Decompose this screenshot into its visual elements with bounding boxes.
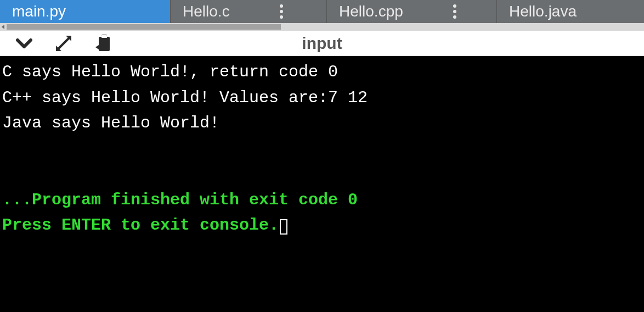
- svg-point-5: [453, 15, 456, 19]
- tab-hello-cpp[interactable]: Hello.cpp: [327, 0, 497, 23]
- expand-icon[interactable]: [53, 32, 75, 54]
- tab-label: Hello.java: [509, 3, 577, 20]
- tab-label: Hello.cpp: [339, 3, 403, 20]
- scroll-left-icon[interactable]: [0, 23, 7, 31]
- text-cursor-icon: [280, 219, 287, 235]
- console-toolbar: input: [0, 31, 644, 56]
- horizontal-scrollbar[interactable]: [0, 23, 644, 31]
- tab-label: Hello.c: [183, 3, 230, 20]
- svg-point-3: [453, 4, 456, 8]
- tab-main-py[interactable]: main.py: [0, 0, 171, 23]
- console-line: Java says Hello World!: [2, 114, 219, 132]
- svg-point-2: [280, 15, 283, 19]
- chevron-down-icon[interactable]: [13, 32, 35, 54]
- scrollbar-thumb[interactable]: [7, 24, 281, 30]
- console-line: C says Hello World!, return code 0: [2, 63, 338, 81]
- more-vertical-icon[interactable]: [453, 4, 457, 19]
- svg-marker-6: [2, 25, 4, 29]
- svg-line-9: [58, 38, 69, 49]
- console-prompt-line: Press ENTER to exit console.: [2, 216, 279, 235]
- console-output: C says Hello World!, return code 0 C++ s…: [0, 56, 644, 312]
- tab-hello-c[interactable]: Hello.c: [171, 0, 327, 23]
- console-status-line: ...Program finished with exit code 0: [2, 191, 358, 209]
- tab-bar: main.py Hello.c Hello.cpp Hello.java: [0, 0, 644, 23]
- svg-marker-13: [95, 45, 99, 49]
- svg-rect-10: [99, 37, 110, 51]
- svg-point-1: [280, 10, 283, 13]
- console-title: input: [302, 34, 342, 53]
- more-vertical-icon[interactable]: [279, 4, 284, 19]
- console-line: C++ says Hello World! Values are:7 12: [2, 88, 368, 107]
- svg-point-0: [280, 4, 283, 8]
- tab-label: main.py: [12, 3, 66, 20]
- svg-point-4: [453, 10, 456, 13]
- svg-rect-12: [101, 35, 107, 38]
- tab-hello-java[interactable]: Hello.java: [497, 0, 644, 23]
- clipboard-paste-icon[interactable]: [92, 32, 114, 54]
